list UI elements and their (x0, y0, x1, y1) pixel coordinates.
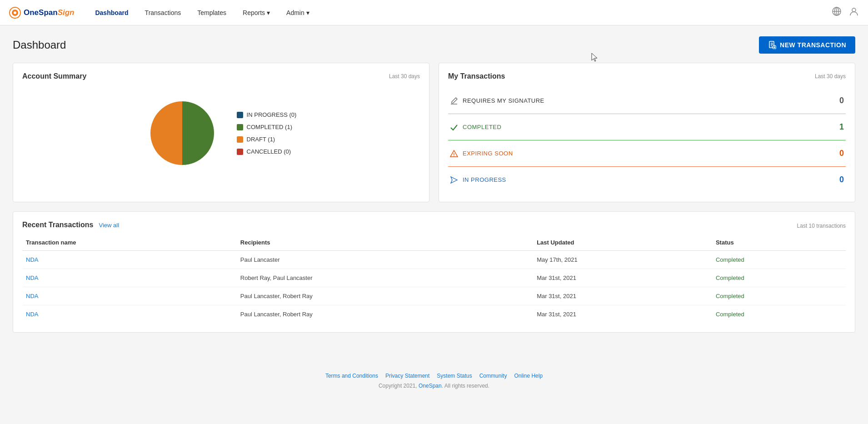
legend-dot-cancelled (237, 149, 243, 155)
warning-icon (450, 150, 458, 158)
trans-count-completed: 1 (839, 122, 844, 132)
cell-status: Completed (712, 251, 846, 269)
cell-last-updated: Mar 31st, 2021 (533, 269, 712, 287)
footer-terms[interactable]: Terms and Conditions (325, 373, 378, 379)
view-all-link[interactable]: View all (99, 222, 120, 229)
footer-privacy[interactable]: Privacy Statement (385, 373, 429, 379)
svg-point-18 (454, 155, 454, 156)
nav-reports[interactable]: Reports ▾ (236, 5, 276, 20)
legend-cancelled: CANCELLED (0) (237, 148, 297, 155)
my-transactions-subtitle: Last 30 days (815, 73, 846, 80)
my-transactions-panel: My Transactions Last 30 days REQUIRES MY… (439, 63, 855, 202)
document-icon (768, 41, 776, 49)
footer-online-help[interactable]: Online Help (514, 373, 543, 379)
check-icon (450, 123, 458, 131)
trans-label-requires-signature: REQUIRES MY SIGNATURE (450, 97, 544, 105)
new-transaction-button[interactable]: NEW TRANSACTION (759, 36, 855, 54)
legend-in-progress: IN PROGRESS (0) (237, 111, 297, 118)
nav-links: Dashboard Transactions Templates Reports… (89, 5, 315, 20)
page-header: Dashboard NEW TRANSACTION (13, 36, 855, 54)
copyright: Copyright 2021, OneSpan. All rights rese… (9, 383, 859, 389)
table-row: NDA Paul Lancaster, Robert Ray Mar 31st,… (22, 287, 846, 305)
nav-transactions[interactable]: Transactions (139, 5, 188, 20)
nav-right (832, 6, 859, 19)
user-icon[interactable] (849, 6, 859, 19)
footer: Terms and Conditions Privacy Statement S… (0, 362, 868, 396)
trans-label-completed: COMPLETED (450, 123, 501, 131)
pie-chart (146, 97, 219, 170)
pen-icon (450, 97, 458, 105)
cell-last-updated: Mar 31st, 2021 (533, 305, 712, 324)
account-summary-header: Account Summary Last 30 days (22, 72, 420, 80)
transaction-link[interactable]: NDA (26, 256, 38, 263)
my-transactions-header: My Transactions Last 30 days (448, 72, 846, 80)
globe-icon[interactable] (832, 6, 842, 19)
cell-recipients: Paul Lancaster, Robert Ray (237, 305, 533, 324)
chevron-down-icon: ▾ (306, 9, 309, 16)
footer-community[interactable]: Community (479, 373, 507, 379)
pie-svg (146, 97, 219, 170)
legend-dot-in-progress (237, 112, 243, 118)
cell-recipients: Paul Lancaster, Robert Ray (237, 287, 533, 305)
transaction-link[interactable]: NDA (26, 311, 38, 318)
chart-legend: IN PROGRESS (0) COMPLETED (1) DRAFT (1) … (237, 111, 297, 155)
trans-count-expiring-soon: 0 (839, 149, 844, 158)
svg-marker-19 (451, 177, 457, 183)
svg-point-2 (14, 11, 16, 14)
recent-transactions-title: Recent Transactions (22, 221, 94, 229)
cell-name: NDA (22, 251, 237, 269)
trans-label-expiring-soon: EXPIRING SOON (450, 150, 513, 158)
cell-status: Completed (712, 269, 846, 287)
cell-last-updated: Mar 31st, 2021 (533, 287, 712, 305)
transaction-link[interactable]: NDA (26, 274, 38, 281)
footer-system-status[interactable]: System Status (437, 373, 472, 379)
logo[interactable]: OneSpanSign (9, 7, 74, 19)
legend-completed: COMPLETED (1) (237, 124, 297, 130)
dashboard-grid: Account Summary Last 30 days (13, 63, 855, 202)
recent-transactions-section: Recent Transactions View all Last 10 tra… (13, 211, 855, 333)
navbar: OneSpanSign Dashboard Transactions Templ… (0, 0, 868, 25)
cell-name: NDA (22, 269, 237, 287)
legend-dot-draft (237, 136, 243, 143)
legend-dot-completed (237, 124, 243, 130)
col-last-updated: Last Updated (533, 234, 712, 251)
footer-links: Terms and Conditions Privacy Statement S… (9, 373, 859, 379)
last-transactions-label: Last 10 transactions (797, 223, 846, 229)
cell-recipients: Paul Lancaster (237, 251, 533, 269)
table-row: NDA Paul Lancaster, Robert Ray Mar 31st,… (22, 305, 846, 324)
cell-name: NDA (22, 305, 237, 324)
send-icon (450, 176, 458, 184)
trans-row-completed[interactable]: COMPLETED 1 (448, 114, 846, 140)
trans-label-in-progress: IN PROGRESS (450, 176, 506, 184)
cell-status: Completed (712, 287, 846, 305)
cell-status: Completed (712, 305, 846, 324)
nav-templates[interactable]: Templates (191, 5, 233, 20)
trans-row-requires-signature[interactable]: REQUIRES MY SIGNATURE 0 (448, 88, 846, 114)
transaction-link[interactable]: NDA (26, 293, 38, 299)
table-header: Transaction name Recipients Last Updated… (22, 234, 846, 251)
legend-draft: DRAFT (1) (237, 136, 297, 143)
svg-point-7 (852, 8, 856, 12)
trans-row-in-progress[interactable]: IN PROGRESS 0 (448, 167, 846, 193)
cell-last-updated: May 17th, 2021 (533, 251, 712, 269)
recent-transactions-table: Transaction name Recipients Last Updated… (22, 234, 846, 323)
nav-admin[interactable]: Admin ▾ (280, 5, 316, 20)
col-status: Status (712, 234, 846, 251)
account-summary-subtitle: Last 30 days (389, 73, 420, 80)
page-content: Dashboard NEW TRANSACTION Account Summar… (0, 25, 868, 344)
trans-count-requires-signature: 0 (839, 96, 844, 105)
account-summary-panel: Account Summary Last 30 days (13, 63, 429, 202)
trans-row-expiring-soon[interactable]: EXPIRING SOON 0 (448, 140, 846, 167)
col-transaction-name: Transaction name (22, 234, 237, 251)
account-summary-title: Account Summary (22, 72, 86, 80)
transactions-body: NDA Paul Lancaster May 17th, 2021 Comple… (22, 251, 846, 324)
table-row: NDA Robert Ray, Paul Lancaster Mar 31st,… (22, 269, 846, 287)
table-row: NDA Paul Lancaster May 17th, 2021 Comple… (22, 251, 846, 269)
cell-name: NDA (22, 287, 237, 305)
cell-recipients: Robert Ray, Paul Lancaster (237, 269, 533, 287)
chart-area: IN PROGRESS (0) COMPLETED (1) DRAFT (1) … (22, 88, 420, 179)
nav-dashboard[interactable]: Dashboard (89, 5, 135, 20)
col-recipients: Recipients (237, 234, 533, 251)
trans-count-in-progress: 0 (839, 175, 844, 185)
logo-icon (9, 7, 21, 19)
